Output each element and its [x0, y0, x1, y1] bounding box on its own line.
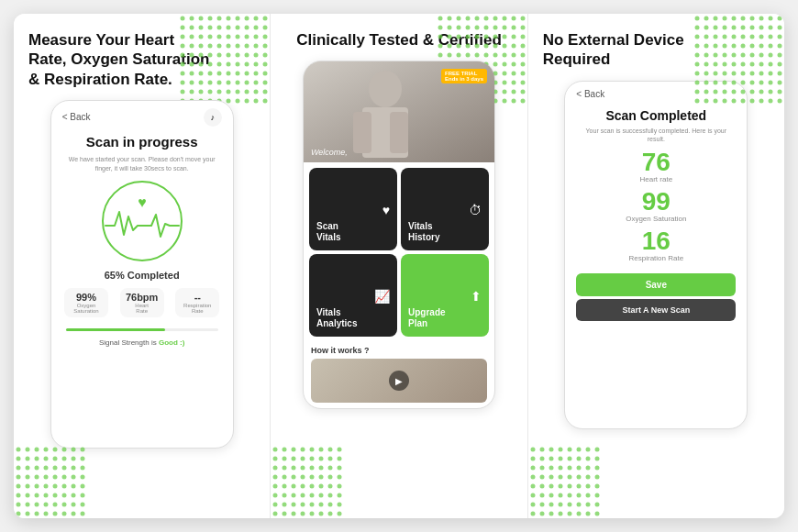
grid-label-vitals-analytics: VitalsAnalytics: [316, 307, 390, 329]
metric-heart: 76bpm HeartRate: [120, 288, 164, 317]
panel-clinically-tested: Clinically Tested & Certified: [271, 14, 527, 518]
svg-point-2: [103, 182, 182, 260]
heart-small-icon: ♥: [382, 203, 390, 217]
vital-heart-lbl: Heart rate: [565, 175, 747, 183]
metric-resp-val: --: [181, 292, 214, 303]
vital-resp-num: 16: [565, 228, 747, 254]
vital-heart-rate: 76 Heart rate: [565, 150, 747, 185]
progress-bar-track: [66, 328, 218, 331]
panel-scan-progress: Measure Your Heart Rate, Oxygen Saturati…: [14, 14, 271, 518]
svg-rect-5: [14, 445, 87, 518]
svg-rect-11: [353, 112, 371, 153]
phone-mockup-3: < Back Scan Completed Your scan is succe…: [564, 81, 748, 429]
vital-oxygen-num: 99: [565, 189, 747, 215]
grid-scan-vitals[interactable]: ♥ ScanVitals: [309, 168, 397, 250]
metrics-row: 99% OxygenSaturation 76bpm HeartRate -- …: [51, 288, 233, 317]
metric-oxygen-lbl: OxygenSaturation: [70, 303, 103, 314]
metric-oxygen-val: 99%: [70, 292, 103, 303]
welcome-label: Welcome,: [311, 148, 348, 157]
completed-title: Scan Completed: [565, 103, 747, 127]
free-trial-badge: FREE TRIAL Ends in 3 days: [441, 69, 487, 83]
vital-resp-lbl: Respiration Rate: [565, 254, 747, 262]
metric-heart-val: 76bpm: [126, 292, 159, 303]
scan-subtitle-1: We have started your scan. Please don't …: [51, 155, 233, 181]
svg-rect-14: [271, 445, 344, 518]
how-video-thumbnail[interactable]: ▶: [311, 359, 487, 403]
completed-subtitle: Your scan is successfully completed. Her…: [565, 127, 747, 150]
app-container: Measure Your Heart Rate, Oxygen Saturati…: [14, 14, 784, 518]
vital-oxygen: 99 Oxygen Saturation: [565, 189, 747, 225]
metric-resp-lbl: RespirationRate: [181, 303, 214, 314]
grid-upgrade-plan[interactable]: ⬆ UpgradePlan: [401, 254, 489, 337]
phone-top-bar-1: < Back ♪: [51, 101, 233, 130]
grid-label-upgrade-plan: UpgradePlan: [408, 307, 482, 329]
svg-rect-12: [390, 112, 408, 153]
dot-pattern-bl: [14, 445, 87, 518]
percent-text: 65% Completed: [51, 270, 233, 281]
panel2-headline: Clinically Tested & Certified: [285, 30, 512, 50]
clock-icon: ⏱: [469, 203, 482, 217]
vital-heart-num: 76: [565, 150, 747, 175]
feature-grid: ♥ ScanVitals ⏱ VitalsHistory 📈 VitalsAna…: [304, 162, 494, 342]
phone-mockup-1: < Back ♪ Scan in progress We have starte…: [50, 100, 234, 449]
how-it-works-label: How it works ?: [304, 342, 494, 359]
vital-oxygen-lbl: Oxygen Saturation: [565, 215, 747, 223]
dot-pattern-p3-bl: [528, 445, 602, 518]
panel1-headline: Measure Your Heart Rate, Oxygen Saturati…: [28, 30, 212, 89]
vital-respiration: 16 Respiration Rate: [565, 228, 747, 264]
grid-vitals-analytics[interactable]: 📈 VitalsAnalytics: [309, 254, 397, 337]
scan-title-1: Scan in progress: [51, 130, 233, 155]
play-button[interactable]: ▶: [389, 371, 409, 391]
music-icon-1: ♪: [204, 108, 222, 127]
metric-resp: -- RespirationRate: [175, 288, 219, 317]
dot-pattern-p2-bl: [271, 445, 344, 518]
back-button-1[interactable]: < Back: [62, 112, 91, 122]
hero-image: FREE TRIAL Ends in 3 days Welcome,: [304, 61, 494, 162]
back-button-3[interactable]: < Back: [576, 89, 604, 99]
metric-heart-lbl: HeartRate: [126, 303, 159, 314]
signal-strength-text: Signal Strength is Good :): [51, 335, 233, 354]
progress-bar-fill: [66, 328, 165, 331]
phone-mockup-2: FREE TRIAL Ends in 3 days Welcome, ♥ Sca…: [303, 61, 495, 409]
new-scan-button[interactable]: Start A New Scan: [576, 299, 736, 321]
panel3-headline: No External Device Required: [543, 30, 708, 70]
heart-circle-svg: ♥: [101, 180, 183, 262]
svg-point-9: [369, 71, 402, 107]
panel-no-device: No External Device Required < Back Scan …: [528, 14, 784, 518]
phone-top-bar-3: < Back: [565, 82, 747, 103]
chart-icon: 📈: [374, 289, 390, 304]
grid-vitals-history[interactable]: ⏱ VitalsHistory: [401, 168, 489, 250]
save-button[interactable]: Save: [576, 273, 736, 296]
grid-label-vitals-history: VitalsHistory: [408, 221, 482, 243]
svg-rect-18: [528, 445, 602, 518]
grid-label-scan-vitals: ScanVitals: [316, 221, 390, 243]
upgrade-icon: ⬆: [471, 289, 482, 304]
metric-oxygen: 99% OxygenSaturation: [64, 288, 108, 317]
svg-text:♥: ♥: [138, 194, 147, 210]
